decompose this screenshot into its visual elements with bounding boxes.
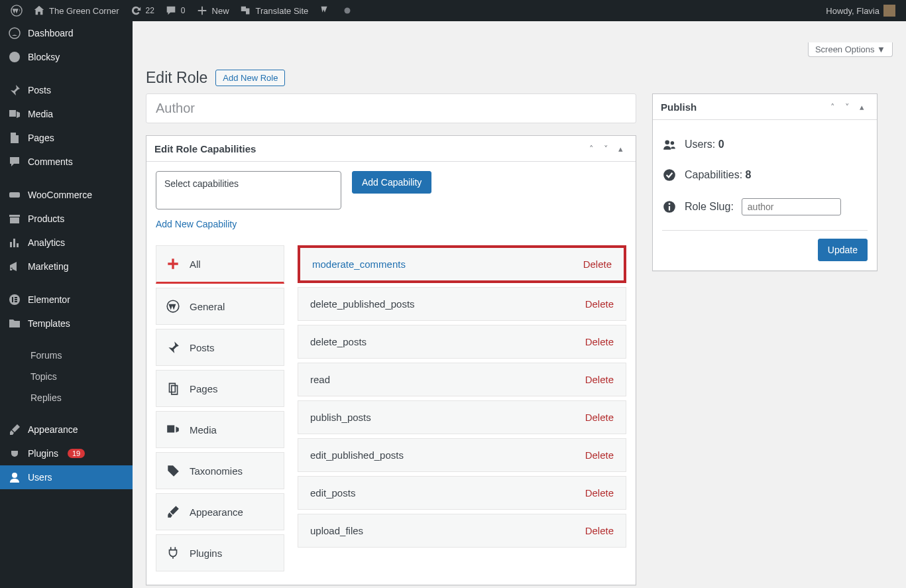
capability-name[interactable]: publish_posts	[310, 412, 371, 423]
sidebar-item-forums[interactable]: Forums	[0, 345, 133, 366]
toggle-box-button[interactable]: ▴	[613, 141, 628, 156]
new-content[interactable]: New	[191, 0, 235, 21]
sidebar-item-dashboard[interactable]: Dashboard	[0, 21, 133, 45]
translate-site[interactable]: Translate Site	[235, 0, 314, 21]
media-icon	[166, 422, 180, 437]
sidebar-item-elementor[interactable]: Elementor	[0, 288, 133, 312]
sidebar-item-posts[interactable]: Posts	[0, 78, 133, 102]
capability-row: delete_published_posts Delete	[298, 287, 626, 321]
chart-icon	[8, 236, 21, 249]
toggle-box-button[interactable]: ▴	[854, 99, 869, 114]
capability-delete[interactable]: Delete	[585, 525, 614, 536]
svg-point-8	[665, 140, 669, 145]
capability-row: edit_posts Delete	[298, 476, 626, 510]
cat-all[interactable]: All	[156, 245, 284, 284]
capability-name[interactable]: edit_posts	[310, 487, 355, 499]
move-up-button[interactable]: ˄	[584, 141, 598, 156]
plugins-badge: 19	[68, 449, 85, 458]
home-icon	[33, 5, 45, 17]
pin-icon	[8, 84, 21, 97]
cat-general[interactable]: General	[156, 288, 284, 325]
capability-delete[interactable]: Delete	[583, 259, 612, 270]
updates[interactable]: 22	[125, 0, 160, 21]
sidebar-item-comments[interactable]: Comments	[0, 150, 133, 174]
my-account[interactable]: Howdy, Flavia	[821, 0, 901, 21]
svg-rect-4	[9, 192, 20, 198]
plug-icon	[166, 546, 180, 560]
capability-delete[interactable]: Delete	[585, 487, 614, 499]
capability-delete[interactable]: Delete	[585, 449, 614, 461]
capability-delete[interactable]: Delete	[585, 374, 614, 385]
capability-name[interactable]: edit_published_posts	[310, 449, 404, 461]
sidebar-item-plugins[interactable]: Plugins19	[0, 441, 133, 465]
capability-row: delete_posts Delete	[298, 325, 626, 359]
capability-name[interactable]: moderate_comments	[312, 259, 406, 270]
role-slug-input[interactable]	[742, 198, 841, 215]
sidebar-item-templates[interactable]: Templates	[0, 312, 133, 335]
pin-icon	[166, 340, 180, 355]
add-capability-button[interactable]: Add Capability	[352, 171, 431, 194]
cat-posts[interactable]: Posts	[156, 329, 284, 366]
sidebar-item-blocksy[interactable]: Blocksy	[0, 45, 133, 69]
capability-select[interactable]: Select capabilities	[156, 171, 341, 209]
plug-icon	[8, 447, 21, 460]
add-new-role-button[interactable]: Add New Role	[215, 70, 285, 86]
screen-options-toggle[interactable]: Screen Options ▼	[808, 42, 893, 57]
check-circle-icon	[662, 168, 677, 182]
capability-delete[interactable]: Delete	[585, 336, 614, 347]
capability-name[interactable]: delete_posts	[310, 336, 367, 347]
brush-icon	[166, 504, 180, 519]
capability-delete[interactable]: Delete	[585, 412, 614, 423]
avatar	[883, 5, 895, 17]
cat-pages[interactable]: Pages	[156, 370, 284, 407]
wp-logo[interactable]	[5, 0, 28, 21]
capability-row: moderate_comments Delete	[298, 245, 626, 283]
move-down-button[interactable]: ˅	[598, 141, 613, 156]
capability-name[interactable]: delete_published_posts	[310, 298, 415, 310]
sidebar-item-pages[interactable]: Pages	[0, 126, 133, 150]
comment-icon	[165, 5, 177, 17]
comments[interactable]: 0	[160, 0, 191, 21]
capability-list: moderate_comments Delete delete_publishe…	[298, 245, 626, 575]
sidebar-item-marketing[interactable]: Marketing	[0, 255, 133, 278]
main-content: Screen Options ▼ Edit Role Add New Role …	[133, 42, 906, 588]
sidebar-item-products[interactable]: Products	[0, 207, 133, 231]
publish-box: Publish ˄ ˅ ▴ Users: 0 Capabilities: 8	[652, 93, 878, 271]
role-name-input[interactable]	[146, 93, 636, 123]
update-button[interactable]: Update	[818, 239, 868, 261]
caps-count: 8	[746, 169, 752, 180]
add-new-capability-link[interactable]: Add New Capability	[156, 219, 237, 229]
wordpress-icon	[166, 299, 180, 314]
copy-icon	[166, 381, 180, 396]
plus-icon	[166, 257, 180, 271]
megaphone-icon	[8, 260, 21, 273]
svg-point-3	[9, 52, 20, 62]
brush-icon	[8, 423, 21, 436]
sidebar-item-topics[interactable]: Topics	[0, 366, 133, 387]
yoast[interactable]	[313, 0, 336, 21]
cat-taxonomies[interactable]: Taxonomies	[156, 452, 284, 489]
site-name[interactable]: The Green Corner	[28, 0, 125, 21]
sidebar-item-users[interactable]: Users	[0, 465, 133, 489]
capability-delete[interactable]: Delete	[585, 298, 614, 310]
capability-row: publish_posts Delete	[298, 400, 626, 434]
svg-rect-13	[669, 206, 670, 211]
status-dot[interactable]	[336, 0, 359, 21]
sidebar-item-appearance[interactable]: Appearance	[0, 418, 133, 441]
sidebar-item-woocommerce[interactable]: WooCommerce	[0, 183, 133, 207]
sidebar-item-analytics[interactable]: Analytics	[0, 231, 133, 255]
move-up-button[interactable]: ˄	[825, 99, 840, 114]
sidebar-item-replies[interactable]: Replies	[0, 387, 133, 408]
move-down-button[interactable]: ˅	[840, 99, 854, 114]
users-icon	[662, 137, 677, 152]
cat-media[interactable]: Media	[156, 411, 284, 448]
admin-bar: The Green Corner 22 0 New Translate Site…	[0, 0, 906, 21]
capability-name[interactable]: read	[310, 374, 330, 385]
capability-name[interactable]: upload_files	[310, 525, 363, 536]
sidebar-item-media[interactable]: Media	[0, 102, 133, 126]
cat-appearance[interactable]: Appearance	[156, 493, 284, 530]
svg-point-1	[345, 8, 351, 14]
capabilities-box: Edit Role Capabilities ˄ ˅ ▴ Select capa…	[146, 135, 636, 585]
cat-plugins[interactable]: Plugins	[156, 534, 284, 571]
comment-icon	[8, 155, 21, 168]
